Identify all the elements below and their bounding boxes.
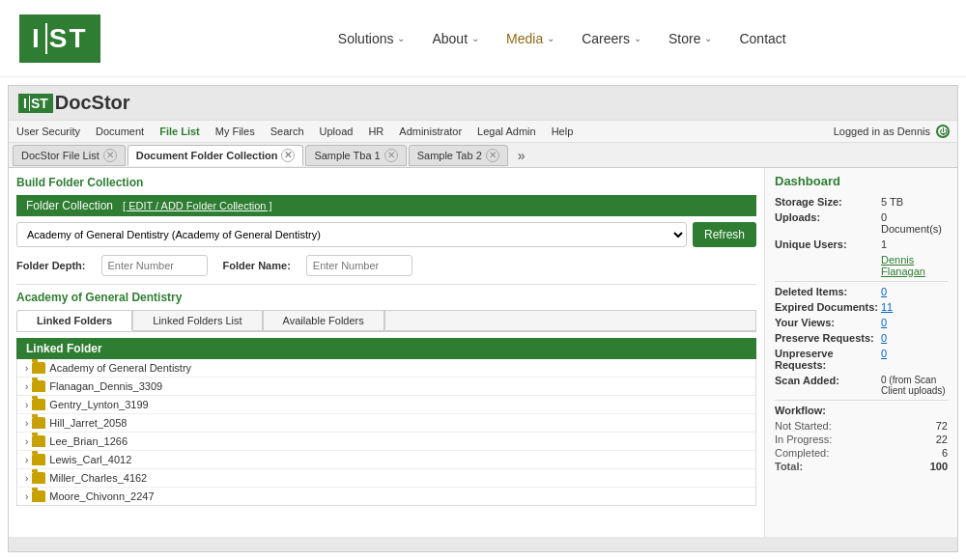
folder-icon: [32, 380, 45, 392]
folder-depth-input[interactable]: [101, 255, 208, 276]
menu-search[interactable]: Search: [270, 126, 304, 137]
nav-links: Solutions ⌄ About ⌄ Media ⌄ Careers ⌄ St…: [178, 31, 947, 46]
workflow-value: 6: [942, 447, 948, 459]
folder-name-label: Folder Name:: [223, 260, 291, 271]
tab-docstor-file-list[interactable]: DocStor File List ✕: [13, 145, 126, 166]
nav-contact[interactable]: Contact: [739, 31, 785, 46]
tab-sample-tab-2[interactable]: Sample Tab 2 ✕: [409, 145, 508, 166]
list-item[interactable]: › Flanagan_Dennis_3309: [17, 378, 755, 396]
section-title: Build Folder Collection: [16, 176, 756, 189]
dennis-flanagan-link[interactable]: Dennis Flanagan: [881, 254, 948, 277]
menu-document[interactable]: Document: [96, 126, 144, 137]
close-tab-icon[interactable]: ✕: [281, 149, 295, 162]
workflow-value: 22: [936, 434, 948, 445]
folder-name: Moore_Chivonn_2247: [49, 490, 748, 502]
menu-my-files[interactable]: My Files: [215, 126, 255, 137]
menu-upload[interactable]: Upload: [320, 126, 354, 137]
refresh-button[interactable]: Refresh: [693, 222, 756, 247]
tab-sample-tba-1[interactable]: Sample Tba 1 ✕: [305, 145, 406, 166]
app-logo: IST DocStor: [18, 92, 130, 114]
expired-docs-link[interactable]: 11: [881, 301, 893, 313]
nav-careers[interactable]: Careers ⌄: [582, 31, 641, 46]
nav-solutions[interactable]: Solutions ⌄: [338, 31, 406, 46]
subtab-available-folders[interactable]: Available Folders: [263, 310, 384, 331]
close-tab-icon[interactable]: ✕: [486, 149, 499, 162]
list-item[interactable]: › Academy of General Dentistry: [17, 359, 755, 378]
tab-label: Sample Tba 1: [314, 150, 380, 161]
menu-help[interactable]: Help: [552, 126, 574, 137]
chevron-icon: ›: [25, 473, 28, 484]
dash-value: 1: [881, 238, 887, 250]
preserve-requests-link[interactable]: 0: [881, 332, 887, 344]
tab-label: Sample Tab 2: [417, 150, 482, 161]
workflow-label: Completed:: [775, 447, 829, 459]
tab-document-folder-collection[interactable]: Document Folder Collection ✕: [128, 145, 304, 166]
tab-label: DocStor File List: [21, 150, 99, 161]
dash-label: Unpreserve Requests:: [775, 348, 881, 371]
logged-in-info: Logged in as Dennis ⏻: [834, 125, 950, 138]
power-icon[interactable]: ⏻: [936, 125, 950, 138]
chevron-icon: ⌄: [471, 33, 479, 43]
workflow-section: Not Started: 72 In Progress: 22 Complete…: [775, 420, 948, 472]
top-navigation: IST Solutions ⌄ About ⌄ Media ⌄ Careers …: [0, 0, 966, 77]
unpreserve-requests-link[interactable]: 0: [881, 348, 887, 359]
menu-hr[interactable]: HR: [368, 126, 384, 137]
logged-in-text: Logged in as Dennis: [834, 126, 930, 137]
chevron-icon: ›: [25, 400, 28, 410]
list-item[interactable]: › Lee_Brian_1266: [17, 433, 755, 451]
dash-expired-docs: Expired Documents: 11: [775, 301, 948, 313]
dash-label: Storage Size:: [775, 196, 881, 208]
nav-about[interactable]: About ⌄: [432, 31, 479, 46]
folder-collection-select[interactable]: Academy of General Dentistry (Academy of…: [16, 222, 687, 247]
close-tab-icon[interactable]: ✕: [103, 149, 117, 162]
list-item[interactable]: › Miller_Charles_4162: [17, 469, 755, 488]
deleted-items-link[interactable]: 0: [881, 286, 887, 297]
subtab-linked-folders-list[interactable]: Linked Folders List: [132, 310, 262, 331]
tab-label: Document Folder Collection: [136, 150, 278, 161]
list-item[interactable]: › Moore_Chivonn_2247: [17, 488, 755, 505]
dash-label: Deleted Items:: [775, 286, 881, 297]
nav-media[interactable]: Media ⌄: [506, 31, 554, 46]
menu-administrator[interactable]: Administrator: [399, 126, 462, 137]
list-item[interactable]: › Hill_Jarret_2058: [17, 414, 755, 433]
menu-file-list[interactable]: File List: [159, 126, 200, 137]
chevron-icon: ›: [25, 418, 28, 429]
workflow-total-value: 100: [930, 461, 948, 472]
dash-value: 0 Document(s): [881, 211, 948, 235]
dash-uploads: Uploads: 0 Document(s): [775, 211, 948, 235]
dash-unpreserve-requests: Unpreserve Requests: 0: [775, 348, 948, 371]
nav-store[interactable]: Store ⌄: [668, 31, 712, 46]
dash-your-views: Your Views: 0: [775, 317, 948, 328]
folder-depth-label: Folder Depth:: [16, 260, 86, 271]
dash-label: Uploads:: [775, 211, 881, 223]
dash-label: Scan Added:: [775, 375, 881, 386]
menu-legal-admin[interactable]: Legal Admin: [477, 126, 536, 137]
folder-name-input[interactable]: [306, 255, 412, 276]
your-views-link[interactable]: 0: [881, 317, 887, 328]
subtab-linked-folders[interactable]: Linked Folders: [16, 310, 132, 331]
tabs-bar: DocStor File List ✕ Document Folder Coll…: [9, 143, 957, 168]
folder-icon: [32, 435, 45, 447]
dash-storage-size: Storage Size: 5 TB: [775, 196, 948, 208]
list-item[interactable]: › Gentry_Lynton_3199: [17, 396, 755, 414]
dash-label: Preserve Requests:: [775, 332, 881, 344]
select-row: Academy of General Dentistry (Academy of…: [16, 222, 756, 247]
dash-deleted-items: Deleted Items: 0: [775, 286, 948, 297]
edit-add-link[interactable]: [ EDIT / ADD Folder Collection ]: [123, 200, 271, 211]
menu-user-security[interactable]: User Security: [16, 126, 80, 137]
dash-preserve-requests: Preserve Requests: 0: [775, 332, 948, 344]
folder-icon: [32, 490, 45, 502]
chevron-icon: ›: [25, 455, 28, 465]
chevron-icon: ›: [25, 436, 28, 447]
workflow-completed: Completed: 6: [775, 447, 948, 459]
list-item[interactable]: › Lewis_Carl_4012: [17, 451, 755, 469]
tabs-overflow-button[interactable]: »: [514, 148, 529, 163]
dashboard-title: Dashboard: [775, 174, 948, 188]
chevron-icon: ›: [25, 491, 28, 502]
close-tab-icon[interactable]: ✕: [384, 149, 398, 162]
folder-collection-bar: Folder Collection [ EDIT / ADD Folder Co…: [16, 195, 756, 216]
folder-name: Lee_Brian_1266: [49, 435, 748, 447]
folder-name: Academy of General Dentistry: [49, 362, 748, 374]
agd-title: Academy of General Dentistry: [16, 291, 756, 304]
folder-options-row: Folder Depth: Folder Name:: [16, 255, 756, 276]
